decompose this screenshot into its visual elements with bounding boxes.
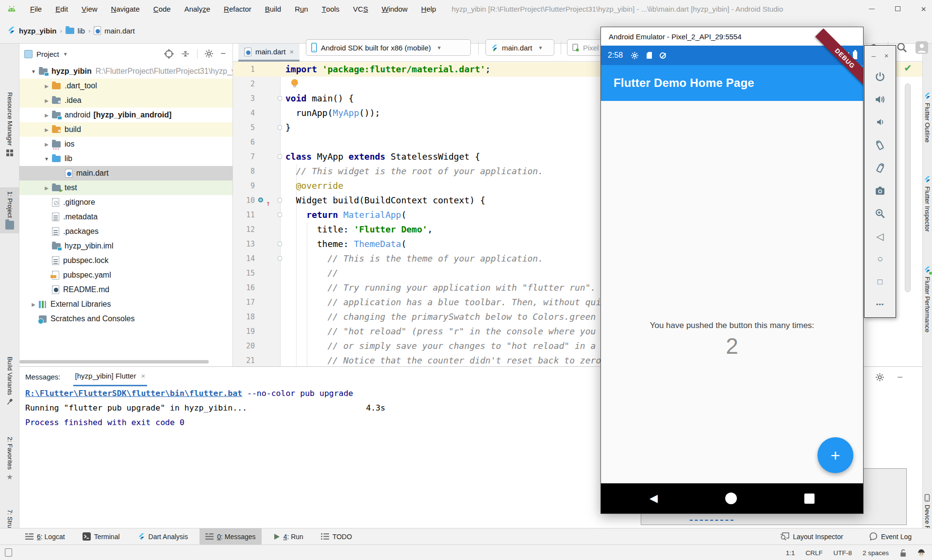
tab-close-icon[interactable]: ×: [141, 372, 145, 380]
status-item[interactable]: UTF-8: [833, 549, 852, 557]
menu-code[interactable]: Code: [147, 0, 178, 17]
sidebar-tab-flutter-outline[interactable]: Flutter Outline: [922, 92, 932, 143]
tree-item-pubspec-yaml[interactable]: pubspec.yaml: [19, 268, 233, 282]
button-event-log[interactable]: Event Log: [864, 528, 917, 545]
menu-tools[interactable]: Tools: [315, 0, 347, 17]
avatar[interactable]: [915, 41, 928, 54]
fold-marker-icon[interactable]: [278, 154, 282, 159]
emulator-power-button[interactable]: [865, 65, 896, 88]
tree-item-hyzp-yibin[interactable]: ▼hyzp_yibinR:\FlutterProject\FlutterProj…: [19, 64, 233, 79]
ide-notifications-icon[interactable]: [917, 549, 925, 557]
tree-item-test[interactable]: ▶test: [19, 181, 233, 195]
emulator-close-icon[interactable]: ×: [884, 51, 889, 60]
minimize-icon[interactable]: [869, 9, 875, 9]
locate-file-icon[interactable]: [164, 49, 174, 59]
project-panel-title[interactable]: Project: [36, 50, 59, 58]
tree-item-external-libraries[interactable]: ▶External Libraries: [19, 297, 233, 312]
sidebar-tab-build-variants[interactable]: Build Variants: [0, 357, 19, 406]
tree-item--gitignore[interactable]: .gitignore: [19, 195, 233, 210]
popup-link-fragment[interactable]: [690, 516, 733, 521]
chevron-down-icon[interactable]: ▼: [63, 51, 68, 57]
emulator-rotate-right-button[interactable]: [865, 156, 896, 179]
maximize-icon[interactable]: [895, 6, 900, 11]
toolwindow-button-dart-analysis[interactable]: Dart Analysis: [132, 528, 194, 545]
fold-marker-icon[interactable]: [278, 213, 282, 217]
tree-item--metadata[interactable]: .metadata: [19, 210, 233, 224]
fold-marker-icon[interactable]: [278, 96, 282, 100]
tree-item-lib[interactable]: ▼lib: [19, 151, 233, 166]
close-icon[interactable]: ×: [921, 4, 926, 14]
tree-item-scratches-and-consoles[interactable]: Scratches and Consoles: [19, 312, 233, 326]
tree-item-main-dart[interactable]: main.dart: [19, 166, 233, 181]
toolwindow-button-logcat[interactable]: 6: Logcat: [19, 528, 71, 545]
tree-horizontal-scrollbar[interactable]: [19, 360, 209, 363]
gear-icon[interactable]: [875, 372, 884, 383]
emulator-minimize-icon[interactable]: –: [871, 51, 875, 60]
fab-increment-button[interactable]: +: [817, 437, 853, 473]
emulator-volume-up-button[interactable]: [865, 88, 896, 111]
nav-back-icon[interactable]: ◀: [649, 492, 658, 505]
sidebar-tab----project[interactable]: 1: Project: [0, 187, 19, 233]
menu-refactor[interactable]: Refactor: [217, 0, 258, 17]
collapse-all-icon[interactable]: [181, 49, 190, 59]
emulator-zoom-in-button[interactable]: [865, 202, 896, 225]
emulator-rotate-left-button[interactable]: [865, 133, 896, 156]
toolwindow-button-run[interactable]: 4: Run: [267, 528, 309, 545]
expand-arrow-icon[interactable]: ▶: [41, 127, 52, 132]
device-selector[interactable]: Android SDK built for x86 (mobile) ▼: [306, 39, 471, 56]
breadcrumb-project[interactable]: hyzp_yibin: [19, 27, 57, 35]
breadcrumb-file[interactable]: main.dart: [104, 27, 135, 35]
emulator-screenshot-button[interactable]: [865, 179, 896, 202]
sidebar-tab-resource-manager[interactable]: Resource Manager: [0, 92, 19, 157]
menu-build[interactable]: Build: [258, 0, 288, 17]
hide-panel-icon[interactable]: −: [220, 49, 226, 59]
console-link[interactable]: R:\Flutter\FlutterSDK\flutter\bin\flutte…: [25, 389, 242, 398]
fold-marker-icon[interactable]: [278, 198, 282, 202]
sidebar-tab-flutter-inspector[interactable]: Flutter Inspector: [922, 176, 932, 232]
tab-main-dart[interactable]: main.dart ×: [238, 44, 300, 62]
status-item[interactable]: CRLF: [805, 549, 822, 557]
fold-marker-icon[interactable]: [278, 125, 282, 130]
search-icon[interactable]: [896, 42, 908, 53]
expand-arrow-icon[interactable]: ▶: [41, 83, 52, 89]
intention-bulb-icon[interactable]: [291, 79, 298, 86]
expand-arrow-icon[interactable]: ▶: [41, 113, 52, 118]
nav-home-icon[interactable]: [725, 493, 737, 504]
status-item[interactable]: 2 spaces: [863, 549, 889, 557]
tab-close-icon[interactable]: ×: [290, 48, 294, 56]
tree-item--dart-tool[interactable]: ▶.dart_tool: [19, 79, 233, 93]
hide-panel-icon[interactable]: −: [897, 372, 903, 383]
menu-run[interactable]: Run: [288, 0, 315, 17]
fold-marker-icon[interactable]: [278, 256, 282, 261]
menu-file[interactable]: File: [23, 0, 49, 17]
messages-tab-flutter[interactable]: [hyzp_yibin] Flutter ×: [73, 367, 148, 386]
emulator-volume-down-button[interactable]: [865, 111, 896, 133]
tree-item-ios[interactable]: ▶ios: [19, 137, 233, 151]
tree-item-android[interactable]: ▶android[hyzp_yibin_android]: [19, 108, 233, 122]
tree-item--idea[interactable]: ▶.idea: [19, 93, 233, 108]
expand-arrow-icon[interactable]: ▼: [41, 156, 52, 162]
override-marker-icon[interactable]: ↑: [258, 196, 273, 205]
run-config-selector[interactable]: main.dart ▼: [485, 39, 554, 56]
emulator-overview-button[interactable]: □: [865, 270, 896, 293]
emulator-back-button[interactable]: ◁: [865, 225, 896, 247]
editor-preview-icon[interactable]: [5, 548, 12, 557]
toolwindow-button-messages[interactable]: 0: Messages: [200, 528, 261, 545]
fold-marker-icon[interactable]: [278, 242, 282, 246]
expand-arrow-icon[interactable]: ▶: [41, 98, 52, 103]
tree-item-hyzp-yibin-iml[interactable]: hyzp_yibin.iml: [19, 239, 233, 253]
menu-analyze[interactable]: Analyze: [178, 0, 217, 17]
breadcrumb-folder[interactable]: lib: [78, 27, 85, 35]
menu-vcs[interactable]: VCS: [346, 0, 375, 17]
menu-edit[interactable]: Edit: [49, 0, 75, 17]
menu-navigate[interactable]: Navigate: [104, 0, 147, 17]
emulator-home-button[interactable]: ○: [865, 247, 896, 270]
button-layout-inspector[interactable]: Layout Inspector: [774, 528, 849, 545]
emulator-more-button[interactable]: •••: [865, 293, 896, 316]
tree-item-pubspec-lock[interactable]: pubspec.lock: [19, 253, 233, 268]
menu-view[interactable]: View: [75, 0, 104, 17]
tree-item-build[interactable]: ▶build: [19, 122, 233, 137]
toolwindow-button-terminal[interactable]: Terminal: [77, 528, 126, 545]
nav-overview-icon[interactable]: [804, 494, 815, 504]
sidebar-tab-flutter-performance[interactable]: Flutter Performance: [922, 266, 932, 332]
